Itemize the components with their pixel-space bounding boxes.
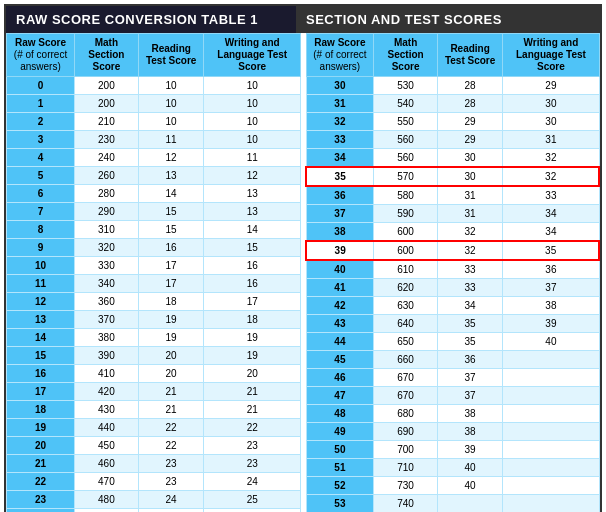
right-writing-header: Writing and Language Test Score [503, 34, 599, 77]
raw-score-cell: 33 [306, 131, 374, 149]
writing-cell: 23 [204, 455, 301, 473]
raw-score-cell: 4 [7, 149, 75, 167]
reading-cell: 19 [138, 311, 204, 329]
left-writing-header: Writing and Language Test Score [204, 34, 301, 77]
header-right: SECTION AND TEST SCORES [296, 6, 600, 33]
writing-cell: 23 [204, 437, 301, 455]
table-row: 18 430 21 21 [7, 401, 301, 419]
writing-cell [503, 351, 599, 369]
reading-cell: 13 [138, 167, 204, 185]
math-cell: 560 [374, 149, 438, 168]
math-cell: 370 [75, 311, 139, 329]
table-row: 45 660 36 [306, 351, 599, 369]
raw-score-cell: 10 [7, 257, 75, 275]
reading-cell: 32 [437, 241, 503, 260]
raw-score-cell: 31 [306, 95, 374, 113]
reading-cell: 38 [437, 405, 503, 423]
raw-score-cell: 36 [306, 186, 374, 205]
raw-score-cell: 53 [306, 495, 374, 513]
reading-cell: 17 [138, 257, 204, 275]
reading-cell: 20 [138, 365, 204, 383]
math-cell: 240 [75, 149, 139, 167]
math-cell: 420 [75, 383, 139, 401]
math-cell: 480 [75, 491, 139, 509]
table-row: 41 620 33 37 [306, 279, 599, 297]
math-cell: 630 [374, 297, 438, 315]
table-row: 22 470 23 24 [7, 473, 301, 491]
math-cell: 570 [374, 167, 438, 186]
writing-cell: 16 [204, 275, 301, 293]
raw-score-cell: 44 [306, 333, 374, 351]
raw-score-cell: 34 [306, 149, 374, 168]
writing-cell [503, 423, 599, 441]
reading-cell: 17 [138, 275, 204, 293]
math-cell: 590 [374, 205, 438, 223]
reading-cell: 24 [138, 509, 204, 513]
writing-cell: 33 [503, 186, 599, 205]
math-cell: 450 [75, 437, 139, 455]
writing-cell [503, 477, 599, 495]
writing-cell: 16 [204, 257, 301, 275]
writing-cell: 34 [503, 205, 599, 223]
reading-cell: 31 [437, 205, 503, 223]
raw-score-cell: 17 [7, 383, 75, 401]
math-cell: 600 [374, 241, 438, 260]
raw-score-cell: 40 [306, 260, 374, 279]
math-cell: 200 [75, 95, 139, 113]
reading-cell: 12 [138, 149, 204, 167]
table-row: 35 570 30 32 [306, 167, 599, 186]
math-cell: 390 [75, 347, 139, 365]
raw-score-cell: 18 [7, 401, 75, 419]
table-row: 36 580 31 33 [306, 186, 599, 205]
writing-cell: 22 [204, 419, 301, 437]
math-cell: 550 [374, 113, 438, 131]
raw-score-cell: 16 [7, 365, 75, 383]
reading-cell: 38 [437, 423, 503, 441]
table-row: 48 680 38 [306, 405, 599, 423]
table-row: 12 360 18 17 [7, 293, 301, 311]
reading-cell: 30 [437, 149, 503, 168]
reading-cell: 32 [437, 223, 503, 242]
main-container: RAW SCORE CONVERSION TABLE 1 SECTION AND… [4, 4, 602, 512]
table-row: 4 240 12 11 [7, 149, 301, 167]
header-left: RAW SCORE CONVERSION TABLE 1 [6, 6, 296, 33]
reading-cell: 22 [138, 419, 204, 437]
raw-score-cell: 45 [306, 351, 374, 369]
writing-cell: 15 [204, 239, 301, 257]
math-cell: 440 [75, 419, 139, 437]
table-row: 8 310 15 14 [7, 221, 301, 239]
left-reading-header: Reading Test Score [138, 34, 204, 77]
table-row: 11 340 17 16 [7, 275, 301, 293]
reading-cell: 36 [437, 351, 503, 369]
table-row: 34 560 30 32 [306, 149, 599, 168]
table-row: 46 670 37 [306, 369, 599, 387]
reading-cell: 15 [138, 203, 204, 221]
math-cell: 310 [75, 221, 139, 239]
table-row: 19 440 22 22 [7, 419, 301, 437]
math-cell: 410 [75, 365, 139, 383]
raw-score-cell: 21 [7, 455, 75, 473]
raw-score-cell: 11 [7, 275, 75, 293]
table-row: 42 630 34 38 [306, 297, 599, 315]
tables-container: Raw Score(# of correct answers) Math Sec… [6, 33, 600, 512]
writing-cell [503, 459, 599, 477]
table-row: 9 320 16 15 [7, 239, 301, 257]
table-row: 39 600 32 35 [306, 241, 599, 260]
writing-cell: 13 [204, 203, 301, 221]
raw-score-cell: 23 [7, 491, 75, 509]
writing-cell [503, 369, 599, 387]
raw-score-cell: 38 [306, 223, 374, 242]
table-row: 32 550 29 30 [306, 113, 599, 131]
math-cell: 380 [75, 329, 139, 347]
writing-cell [503, 495, 599, 513]
raw-score-cell: 41 [306, 279, 374, 297]
math-cell: 650 [374, 333, 438, 351]
math-cell: 620 [374, 279, 438, 297]
reading-cell: 28 [437, 95, 503, 113]
reading-cell: 15 [138, 221, 204, 239]
writing-cell: 39 [503, 315, 599, 333]
raw-score-cell: 6 [7, 185, 75, 203]
writing-cell: 11 [204, 149, 301, 167]
table-row: 49 690 38 [306, 423, 599, 441]
table-row: 47 670 37 [306, 387, 599, 405]
